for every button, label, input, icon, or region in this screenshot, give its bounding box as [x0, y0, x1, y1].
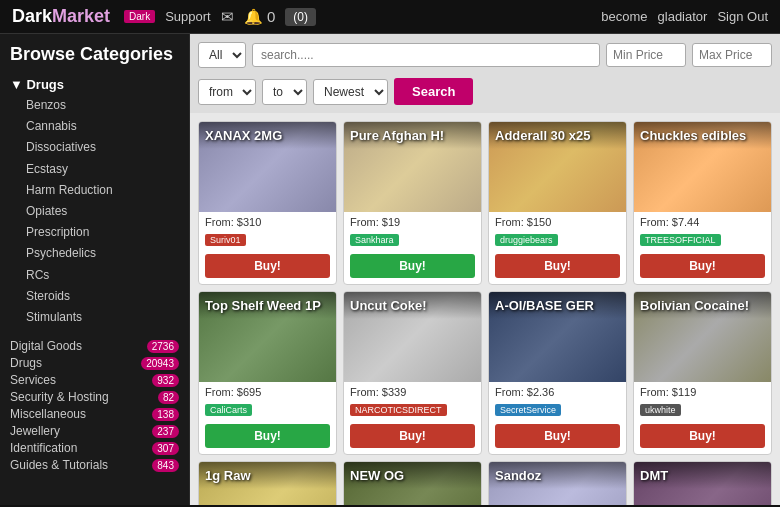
- buy-button[interactable]: Buy!: [495, 254, 620, 278]
- product-price: From: $695: [205, 386, 330, 398]
- product-seller: Sankhara: [350, 234, 399, 246]
- product-seller: CaliCarts: [205, 404, 252, 416]
- product-title: Top Shelf Weed 1P: [199, 292, 336, 319]
- sidebar-item-benzos[interactable]: Benzos: [26, 96, 179, 115]
- sidebar-item-steroids[interactable]: Steroids: [26, 287, 179, 306]
- product-card: Top Shelf Weed 1P From: $695 CaliCarts B…: [198, 291, 337, 455]
- mail-icon[interactable]: ✉: [221, 8, 234, 26]
- count-drugs[interactable]: Drugs 20943: [10, 356, 179, 370]
- sidebar-item-cannabis[interactable]: Cannabis: [26, 117, 179, 136]
- sidebar-item-ecstasy[interactable]: Ecstasy: [26, 160, 179, 179]
- search-bar: All from to Newest Search: [190, 34, 780, 113]
- count-digital-goods[interactable]: Digital Goods 2736: [10, 339, 179, 353]
- signout-link[interactable]: Sign Out: [717, 9, 768, 24]
- buy-button[interactable]: Buy!: [205, 254, 330, 278]
- count-badge: 932: [152, 374, 179, 387]
- count-guides[interactable]: Guides & Tutorials 843: [10, 458, 179, 472]
- sidebar-item-stimulants[interactable]: Stimulants: [26, 308, 179, 327]
- product-card: NEW OG: [343, 461, 482, 505]
- product-image: 1g Raw: [199, 462, 336, 505]
- product-info: From: $119 ukwhite: [634, 382, 771, 424]
- cart-button[interactable]: (0): [285, 8, 316, 26]
- buy-button[interactable]: Buy!: [350, 254, 475, 278]
- product-grid: XANAX 2MG From: $310 Suriv01 Buy! Pure A…: [190, 113, 780, 505]
- product-seller: NARCOTICSDIRECT: [350, 404, 447, 416]
- count-services[interactable]: Services 932: [10, 373, 179, 387]
- product-seller: SecretService: [495, 404, 561, 416]
- count-label: Identification: [10, 441, 77, 455]
- product-title: DMT: [634, 462, 771, 489]
- dark-badge: Dark: [124, 10, 155, 23]
- product-image: DMT: [634, 462, 771, 505]
- content-area: All from to Newest Search X: [190, 34, 780, 505]
- bell-icon[interactable]: 🔔 0: [244, 8, 276, 26]
- buy-button[interactable]: Buy!: [495, 424, 620, 448]
- search-row2: from to Newest Search: [198, 78, 772, 105]
- product-image: XANAX 2MG: [199, 122, 336, 212]
- count-label: Security & Hosting: [10, 390, 109, 404]
- buy-button[interactable]: Buy!: [640, 254, 765, 278]
- count-badge: 307: [152, 442, 179, 455]
- sidebar-item-rcs[interactable]: RCs: [26, 266, 179, 285]
- product-info: From: $7.44 TREESOFFICIAL: [634, 212, 771, 254]
- drugs-category-header[interactable]: ▼ Drugs: [10, 77, 179, 92]
- product-image: NEW OG: [344, 462, 481, 505]
- product-card: A-OI/BASE GER From: $2.36 SecretService …: [488, 291, 627, 455]
- product-title: 1g Raw: [199, 462, 336, 489]
- product-title: Adderall 30 x25: [489, 122, 626, 149]
- product-image: Uncut Coke!: [344, 292, 481, 382]
- product-title: NEW OG: [344, 462, 481, 489]
- search-button[interactable]: Search: [394, 78, 473, 105]
- category-filter[interactable]: All: [198, 42, 246, 68]
- buy-button[interactable]: Buy!: [205, 424, 330, 448]
- count-jewellery[interactable]: Jewellery 237: [10, 424, 179, 438]
- username-link[interactable]: gladiator: [658, 9, 708, 24]
- product-info: From: $310 Suriv01: [199, 212, 336, 254]
- category-counts: Digital Goods 2736 Drugs 20943 Services …: [10, 339, 179, 472]
- count-label: Drugs: [10, 356, 42, 370]
- buy-button[interactable]: Buy!: [640, 424, 765, 448]
- product-image: Chuckles edibles: [634, 122, 771, 212]
- count-label: Jewellery: [10, 424, 60, 438]
- product-card: 1g Raw: [198, 461, 337, 505]
- support-link[interactable]: Support: [165, 9, 211, 24]
- logo[interactable]: DarkMarket: [12, 6, 110, 27]
- product-title: Chuckles edibles: [634, 122, 771, 149]
- product-card: Adderall 30 x25 From: $150 druggiebears …: [488, 121, 627, 285]
- from-filter[interactable]: from: [198, 79, 256, 105]
- product-card: Sandoz: [488, 461, 627, 505]
- count-miscellaneous[interactable]: Miscellaneous 138: [10, 407, 179, 421]
- count-identification[interactable]: Identification 307: [10, 441, 179, 455]
- product-seller: druggiebears: [495, 234, 558, 246]
- sidebar-title: Browse Categories: [10, 44, 179, 65]
- product-title: Sandoz: [489, 462, 626, 489]
- product-seller: TREESOFFICIAL: [640, 234, 721, 246]
- product-image: Adderall 30 x25: [489, 122, 626, 212]
- buy-button[interactable]: Buy!: [350, 424, 475, 448]
- max-price-input[interactable]: [692, 43, 772, 67]
- min-price-input[interactable]: [606, 43, 686, 67]
- count-label: Guides & Tutorials: [10, 458, 108, 472]
- become-link[interactable]: become: [601, 9, 647, 24]
- product-title: XANAX 2MG: [199, 122, 336, 149]
- sort-filter[interactable]: Newest: [313, 79, 388, 105]
- sidebar-item-dissociatives[interactable]: Dissociatives: [26, 138, 179, 157]
- search-input[interactable]: [252, 43, 600, 67]
- count-security-hosting[interactable]: Security & Hosting 82: [10, 390, 179, 404]
- sidebar-item-psychedelics[interactable]: Psychedelics: [26, 244, 179, 263]
- to-filter[interactable]: to: [262, 79, 307, 105]
- sidebar-item-prescription[interactable]: Prescription: [26, 223, 179, 242]
- sidebar-item-harm-reduction[interactable]: Harm Reduction: [26, 181, 179, 200]
- product-price: From: $339: [350, 386, 475, 398]
- product-card: Uncut Coke! From: $339 NARCOTICSDIRECT B…: [343, 291, 482, 455]
- header: DarkMarket Dark Support ✉ 🔔 0 (0) become…: [0, 0, 780, 34]
- product-image: A-OI/BASE GER: [489, 292, 626, 382]
- product-price: From: $310: [205, 216, 330, 228]
- product-info: From: $2.36 SecretService: [489, 382, 626, 424]
- product-info: From: $695 CaliCarts: [199, 382, 336, 424]
- sidebar-item-opiates[interactable]: Opiates: [26, 202, 179, 221]
- count-label: Services: [10, 373, 56, 387]
- count-label: Digital Goods: [10, 339, 82, 353]
- count-badge: 82: [158, 391, 179, 404]
- product-card: XANAX 2MG From: $310 Suriv01 Buy!: [198, 121, 337, 285]
